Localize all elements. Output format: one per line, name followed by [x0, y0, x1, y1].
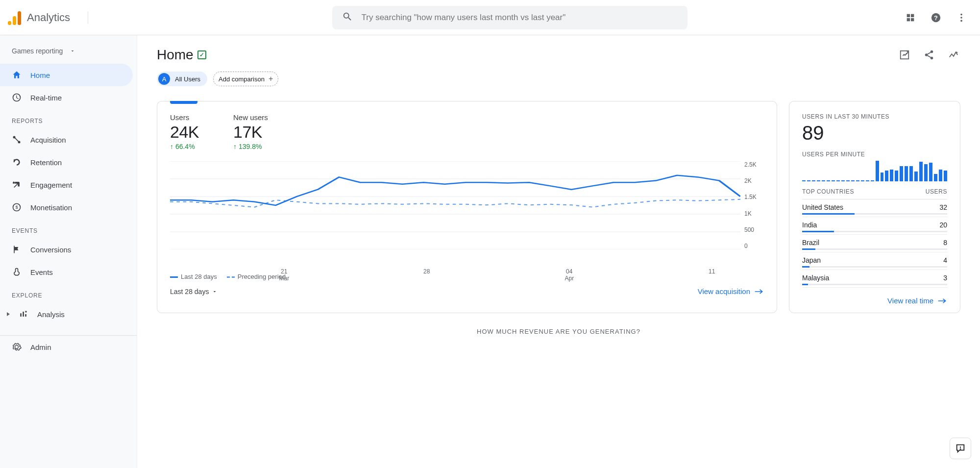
share-icon[interactable]: [922, 48, 936, 62]
country-row: Japan4: [802, 252, 947, 270]
link-view-realtime[interactable]: View real time: [887, 296, 947, 305]
range-label: Last 28 days: [170, 288, 209, 296]
clock-icon: [12, 93, 22, 102]
sidebar-item-monetisation[interactable]: $ Monetisation: [0, 196, 133, 219]
country-row: India20: [802, 217, 947, 235]
svg-rect-15: [25, 314, 26, 317]
sidebar-item-realtime[interactable]: Real-time: [0, 86, 133, 109]
section-events: EVENTS: [0, 219, 137, 238]
sidebar-item-analysis-wrap: Analysis: [0, 303, 137, 325]
apps-icon[interactable]: [904, 11, 917, 25]
svg-point-7: [960, 17, 962, 19]
brand-name: Analytics: [27, 11, 70, 24]
col-users: USERS: [926, 188, 947, 195]
sidebar-item-home[interactable]: Home: [0, 64, 133, 86]
svg-point-6: [960, 13, 962, 15]
sidebar-item-acquisition[interactable]: Acquisition: [0, 128, 133, 151]
svg-rect-2: [907, 18, 910, 21]
svg-rect-3: [911, 18, 914, 21]
sidebar-item-label: Real-time: [30, 94, 62, 102]
realtime-footer: View real time: [802, 296, 947, 305]
active-tab-marker: [170, 101, 197, 104]
country-name: Japan: [802, 256, 821, 264]
metric-new-users[interactable]: New users 17K 139.8%: [233, 113, 268, 150]
head-actions: [898, 48, 960, 62]
cards-row: Users 24K 66.4% New users 17K 139.8% 2.5…: [157, 101, 960, 313]
svg-text:?: ?: [934, 14, 938, 21]
metrics: Users 24K 66.4% New users 17K 139.8%: [170, 113, 764, 150]
sidebar-item-label: Monetisation: [30, 203, 72, 212]
svg-point-28: [960, 449, 961, 449]
chip-label: Add comparison: [219, 75, 265, 83]
country-name: India: [802, 221, 817, 229]
sidebar-item-label: Retention: [30, 158, 62, 167]
sidebar-item-events[interactable]: Events: [0, 261, 133, 283]
feedback-button[interactable]: [950, 438, 971, 459]
search-input[interactable]: [362, 13, 678, 23]
sidebar-item-label: Admin: [30, 343, 51, 351]
metric-delta: 66.4%: [170, 143, 199, 150]
card-footer: Last 28 days View acquisition: [170, 287, 764, 296]
per-minute-label: USERS PER MINUTE: [802, 151, 947, 158]
gear-icon: [12, 342, 22, 352]
page-title: Home: [157, 47, 194, 63]
page-title-row: Home: [157, 47, 206, 63]
country-name: Brazil: [802, 239, 819, 246]
dropdown-icon: [70, 48, 75, 54]
sidebar-item-label: Home: [30, 71, 50, 79]
chart-legend: Last 28 days Preceding period: [170, 273, 764, 280]
feedback-icon: [955, 443, 966, 454]
date-range-selector[interactable]: Last 28 days: [170, 288, 218, 296]
section-explore: EXPLORE: [0, 283, 137, 303]
svg-rect-14: [23, 312, 24, 317]
metric-users[interactable]: Users 24K 66.4%: [170, 113, 199, 150]
more-vert-icon[interactable]: [955, 11, 968, 25]
legend-label: Preceding period: [238, 273, 286, 280]
analytics-logo-icon: [8, 10, 21, 25]
link-view-acquisition[interactable]: View acquisition: [698, 287, 764, 296]
legend-label: Last 28 days: [181, 273, 217, 280]
touch-icon: [12, 267, 22, 277]
country-name: Malaysia: [802, 274, 829, 282]
link-label: View real time: [887, 296, 933, 305]
revenue-banner: HOW MUCH REVENUE ARE YOU GENERATING?: [157, 328, 960, 335]
chip-all-users[interactable]: A All Users: [157, 72, 207, 86]
sidebar-item-label: Events: [30, 268, 53, 276]
chart-plot: [170, 161, 740, 249]
y-axis: 2.5K2K1.5K1K5000: [744, 161, 764, 249]
sidebar-item-label: Engagement: [30, 181, 72, 189]
sidebar-item-retention[interactable]: Retention: [0, 151, 133, 173]
sidebar-item-analysis[interactable]: Analysis: [16, 303, 131, 325]
chip-label: All Users: [175, 75, 200, 83]
countries-header: TOP COUNTRIES USERS: [802, 188, 947, 199]
help-icon[interactable]: ?: [929, 11, 943, 25]
sidebar-item-conversions[interactable]: Conversions: [0, 238, 133, 261]
logo-area: Analytics: [8, 10, 135, 25]
property-selector[interactable]: Games reporting: [0, 42, 137, 64]
sidebar-item-engagement[interactable]: Engagement: [0, 173, 133, 196]
link-label: View acquisition: [698, 287, 750, 296]
country-users: 4: [943, 256, 947, 264]
country-users: 32: [939, 203, 947, 211]
flag-icon: [12, 245, 22, 254]
svg-point-8: [960, 20, 962, 22]
country-row: Malaysia3: [802, 270, 947, 288]
audience-avatar: A: [158, 73, 170, 85]
chip-add-comparison[interactable]: Add comparison +: [213, 72, 278, 86]
status-ok-icon: [197, 50, 206, 59]
svg-point-19: [925, 53, 928, 56]
metric-delta: 139.8%: [233, 143, 268, 150]
svg-point-20: [931, 57, 933, 60]
svg-point-16: [25, 311, 26, 312]
svg-text:$: $: [15, 205, 18, 210]
search-box[interactable]: [332, 6, 687, 29]
insights-icon[interactable]: [947, 48, 960, 62]
country-row: United States32: [802, 199, 947, 217]
countries-list: United States32India20Brazil8Japan4Malay…: [802, 199, 947, 288]
expand-icon[interactable]: [6, 312, 11, 317]
home-icon: [12, 70, 22, 80]
legend-item: Last 28 days: [170, 273, 217, 280]
arrow-right-icon: [937, 297, 947, 304]
customize-icon[interactable]: [898, 48, 911, 62]
sidebar-item-admin[interactable]: Admin: [0, 336, 133, 358]
